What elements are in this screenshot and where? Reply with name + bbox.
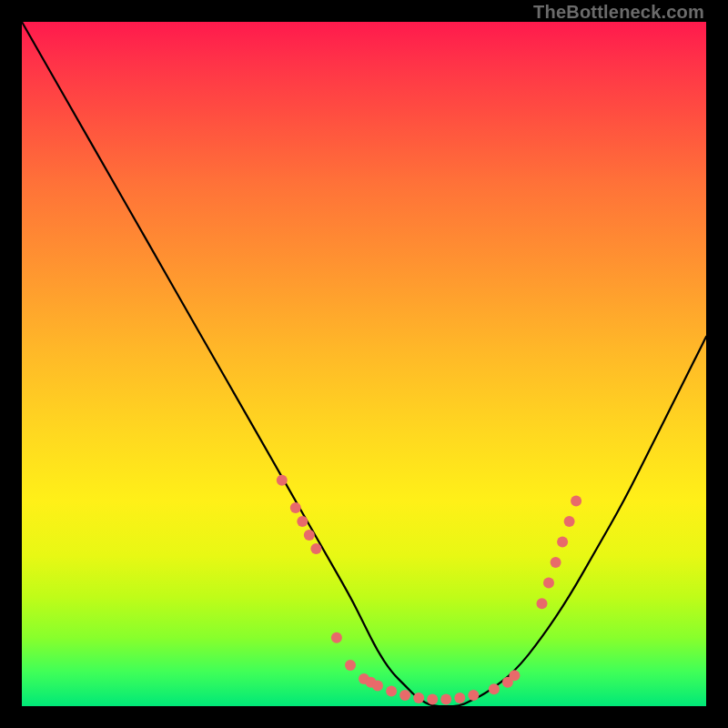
highlight-dot xyxy=(509,670,520,681)
highlight-dot xyxy=(290,502,301,513)
highlight-dot xyxy=(331,632,342,643)
highlight-dot xyxy=(372,680,383,691)
plot-area xyxy=(22,22,706,706)
highlight-dot xyxy=(345,660,356,671)
highlight-dot xyxy=(557,537,568,548)
chart-frame: TheBottleneck.com xyxy=(0,0,728,728)
highlight-dot xyxy=(297,516,308,527)
highlight-dot xyxy=(413,693,424,703)
highlight-dot xyxy=(543,578,554,589)
highlight-dot xyxy=(386,686,397,697)
highlight-dot xyxy=(440,694,451,705)
highlight-dot xyxy=(468,690,479,701)
highlight-dot xyxy=(310,543,321,554)
highlight-dot xyxy=(399,690,410,701)
curve-svg xyxy=(22,22,706,706)
highlight-dot xyxy=(551,557,561,568)
highlight-dot xyxy=(277,475,288,486)
highlight-dot xyxy=(571,495,581,506)
attribution-text: TheBottleneck.com xyxy=(533,2,704,23)
highlight-dots xyxy=(277,475,581,705)
highlight-dot xyxy=(427,694,438,705)
highlight-dot xyxy=(489,683,500,694)
highlight-dot xyxy=(454,693,465,703)
highlight-dot xyxy=(564,516,575,527)
bottleneck-curve xyxy=(22,22,706,706)
highlight-dot xyxy=(537,598,548,609)
highlight-dot xyxy=(304,530,315,541)
